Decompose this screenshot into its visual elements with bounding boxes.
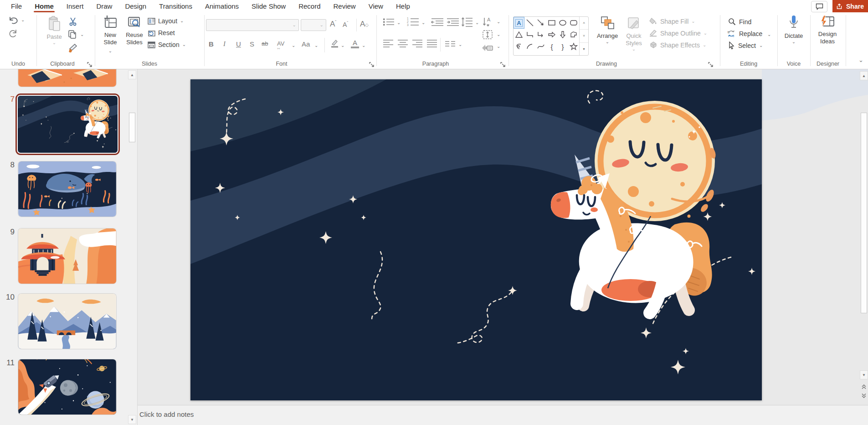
- slide-thumbnail-10[interactable]: [18, 294, 116, 349]
- italic-button[interactable]: I: [223, 40, 226, 48]
- drawing-dialog-launcher[interactable]: [708, 61, 714, 66]
- shape-line[interactable]: [524, 17, 535, 29]
- menu-record[interactable]: Record: [292, 0, 327, 12]
- font-size-combobox[interactable]: ⌄: [301, 19, 326, 31]
- change-case-chevron[interactable]: ⌄: [314, 43, 318, 48]
- next-slide-button[interactable]: [860, 392, 868, 399]
- shape-oval[interactable]: [557, 17, 568, 29]
- gallery-scroll-up[interactable]: ˄: [580, 17, 588, 30]
- select-button[interactable]: Select ⌄: [728, 41, 763, 49]
- slide-thumbnail-8[interactable]: [18, 161, 116, 217]
- thumbnails-scroll-up-button[interactable]: ▲: [128, 70, 136, 79]
- canvas-scroll-up-button[interactable]: ▲: [860, 71, 868, 80]
- undo-button[interactable]: ⌄: [8, 16, 20, 27]
- align-center-button[interactable]: [397, 39, 408, 49]
- paste-dropdown-chevron[interactable]: ⌄: [42, 41, 67, 45]
- shape-down-arrow[interactable]: [557, 29, 568, 41]
- menu-help[interactable]: Help: [390, 0, 416, 12]
- strikethrough-button[interactable]: ab: [262, 40, 268, 47]
- collapse-ribbon-chevron[interactable]: ⌄: [858, 58, 863, 62]
- line-spacing-chevron[interactable]: ⌄: [475, 21, 479, 25]
- shape-rounded-rectangle[interactable]: [568, 17, 579, 29]
- cut-button[interactable]: [68, 17, 77, 28]
- font-color-chevron[interactable]: ⌄: [362, 43, 365, 48]
- font-color-button[interactable]: A: [351, 39, 359, 48]
- shape-outline-button[interactable]: Shape Outline ⌄: [649, 29, 707, 37]
- menu-review[interactable]: Review: [327, 0, 362, 12]
- copy-button[interactable]: ⌄: [68, 30, 77, 41]
- menu-design[interactable]: Design: [118, 0, 153, 12]
- numbering-chevron[interactable]: ⌄: [421, 21, 425, 25]
- shape-elbow-connector[interactable]: [524, 29, 535, 41]
- shape-curve[interactable]: [535, 41, 546, 52]
- align-text-chevron[interactable]: ⌄: [497, 32, 500, 37]
- reuse-slides-button[interactable]: Reuse Slides: [124, 15, 145, 46]
- clipboard-dialog-launcher[interactable]: [87, 61, 92, 66]
- menu-home[interactable]: Home: [28, 0, 60, 12]
- slide-thumbnail-7-selected[interactable]: [15, 93, 120, 155]
- change-case-button[interactable]: Aa: [302, 40, 310, 48]
- convert-to-smartart-button[interactable]: [481, 41, 493, 53]
- canvas-scrollbar-thumb[interactable]: [861, 113, 867, 313]
- highlight-color-chevron[interactable]: ⌄: [341, 43, 344, 48]
- columns-button[interactable]: [445, 41, 456, 49]
- shape-elbow-arrow-connector[interactable]: [535, 29, 546, 41]
- shape-fill-button[interactable]: Shape Fill ⌄: [649, 17, 695, 25]
- underline-button[interactable]: U: [236, 40, 241, 48]
- shape-freeform[interactable]: [568, 29, 579, 41]
- shape-right-arrow[interactable]: [546, 29, 557, 41]
- shape-arrow[interactable]: [535, 17, 546, 29]
- shape-scribble[interactable]: [514, 41, 524, 52]
- slide-editing-area[interactable]: [190, 79, 762, 400]
- find-button[interactable]: Find: [728, 18, 751, 26]
- notes-pane[interactable]: Click to add notes: [138, 405, 868, 425]
- shape-triangle[interactable]: [514, 29, 524, 41]
- shape-textbox[interactable]: A: [514, 17, 524, 29]
- clear-formatting-button[interactable]: A◇: [360, 20, 369, 29]
- thumbnails-scrollbar-thumb[interactable]: [129, 113, 135, 142]
- new-slide-button[interactable]: New Slide ⌄: [99, 15, 121, 54]
- slide-thumbnail-9[interactable]: [18, 228, 116, 284]
- slide-thumbnail-11[interactable]: [18, 359, 116, 415]
- menu-file[interactable]: File: [5, 0, 28, 12]
- smartart-chevron[interactable]: ⌄: [497, 44, 500, 49]
- shapes-gallery-scroll[interactable]: ˄ ˅ ▾: [579, 17, 588, 55]
- shape-left-brace[interactable]: {: [546, 41, 557, 52]
- shape-star[interactable]: [568, 41, 579, 52]
- previous-slide-button[interactable]: [860, 383, 868, 390]
- paste-button[interactable]: Paste ⌄: [42, 16, 67, 45]
- design-ideas-button[interactable]: Design Ideas: [813, 15, 842, 45]
- canvas-scroll-down-button[interactable]: ▼: [860, 370, 868, 379]
- align-left-button[interactable]: [383, 39, 394, 49]
- slide-thumbnail-6-partial[interactable]: [18, 69, 116, 87]
- font-dialog-launcher[interactable]: [369, 61, 375, 66]
- shape-effects-button[interactable]: Shape Effects ⌄: [649, 41, 706, 49]
- bullets-button[interactable]: [383, 18, 395, 28]
- font-size-chevron[interactable]: ⌄: [320, 23, 324, 27]
- menu-transitions[interactable]: Transitions: [153, 0, 199, 12]
- layout-button[interactable]: Layout ⌄: [148, 17, 184, 25]
- redo-button[interactable]: [8, 29, 18, 41]
- arrange-button[interactable]: Arrange ⌄: [595, 16, 620, 44]
- shrink-font-button[interactable]: Aˇ: [343, 21, 348, 28]
- font-name-chevron[interactable]: ⌄: [293, 23, 296, 27]
- replace-chevron[interactable]: ⌄: [767, 32, 771, 37]
- paragraph-dialog-launcher[interactable]: [500, 61, 506, 66]
- gallery-more[interactable]: ▾: [580, 43, 588, 55]
- menu-animations[interactable]: Animations: [199, 0, 245, 12]
- highlight-color-button[interactable]: [330, 39, 339, 50]
- copy-dropdown-chevron[interactable]: ⌄: [80, 32, 84, 37]
- format-painter-button[interactable]: [68, 43, 77, 55]
- shape-rectangle[interactable]: [546, 17, 557, 29]
- line-spacing-button[interactable]: [461, 17, 473, 29]
- reset-button[interactable]: Reset: [148, 29, 175, 36]
- thumbnails-scroll-down-button[interactable]: ▼: [128, 415, 136, 424]
- decrease-indent-button[interactable]: [431, 18, 444, 28]
- menu-view[interactable]: View: [362, 0, 390, 12]
- shadow-button[interactable]: S: [250, 40, 254, 48]
- shape-right-brace[interactable]: }: [557, 41, 568, 52]
- font-name-combobox[interactable]: ⌄: [206, 19, 299, 31]
- columns-chevron[interactable]: ⌄: [458, 42, 462, 47]
- dictate-button[interactable]: Dictate ⌄: [780, 15, 807, 44]
- grow-font-button[interactable]: Aˆ: [330, 20, 336, 29]
